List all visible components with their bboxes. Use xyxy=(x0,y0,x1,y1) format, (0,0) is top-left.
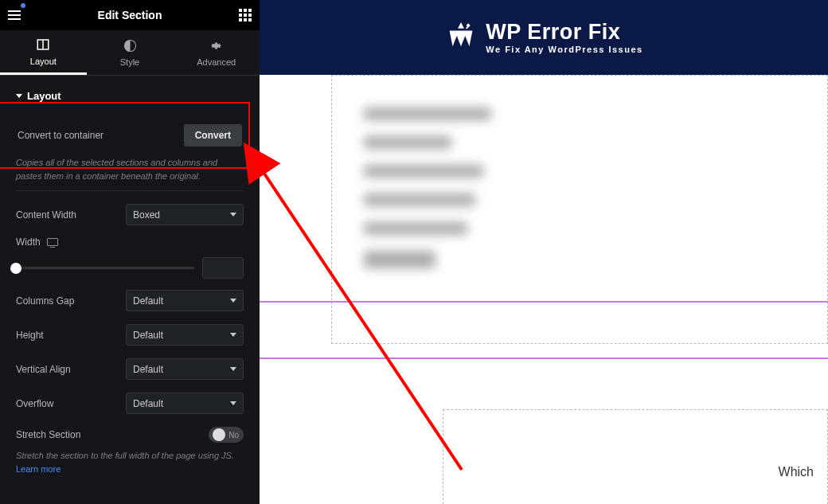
gear-icon xyxy=(209,38,224,53)
valign-label: Vertical Align xyxy=(16,364,71,375)
width-input[interactable] xyxy=(202,257,244,279)
stretch-help-text: Stretch the section to the full width of… xyxy=(16,451,234,460)
tab-advanced-label: Advanced xyxy=(197,57,236,67)
brand-text: WP Error Fix We Fix Any WordPress Issues xyxy=(486,21,642,54)
chevron-down-icon xyxy=(16,94,22,98)
site-brand: WP Error Fix We Fix Any WordPress Issues xyxy=(444,19,642,56)
style-icon xyxy=(123,38,137,53)
tab-style[interactable]: Style xyxy=(87,30,174,75)
tab-layout[interactable]: Layout xyxy=(0,30,87,75)
content-width-label: Content Width xyxy=(16,209,76,221)
tab-layout-label: Layout xyxy=(30,57,57,66)
notification-dot-icon xyxy=(21,3,25,8)
which-text: Which xyxy=(779,465,814,479)
content-width-row: Content Width Boxed xyxy=(16,191,244,232)
chevron-down-icon xyxy=(230,401,236,405)
vertical-align-row: Vertical Align Default xyxy=(16,352,244,386)
desktop-icon[interactable] xyxy=(47,238,58,246)
brand-tagline: We Fix Any WordPress Issues xyxy=(486,45,642,54)
width-slider-row xyxy=(16,248,244,283)
layout-icon xyxy=(36,37,50,52)
tabs: Layout Style Advanced xyxy=(0,30,260,76)
width-label: Width xyxy=(16,236,41,248)
stretch-help: Stretch the section to the full width of… xyxy=(16,449,244,483)
convert-label: Convert to container xyxy=(18,130,104,141)
height-label: Height xyxy=(16,330,44,341)
columns-gap-label: Columns Gap xyxy=(16,295,74,307)
columns-gap-select[interactable]: Default xyxy=(126,290,244,311)
height-value: Default xyxy=(133,330,163,341)
slider-thumb[interactable] xyxy=(10,263,21,274)
grid-icon xyxy=(239,9,252,21)
valign-value: Default xyxy=(133,364,163,375)
height-row: Height Default xyxy=(16,318,244,352)
overflow-row: Overflow Default xyxy=(16,386,244,420)
section-selection-border-top xyxy=(260,301,828,303)
learn-more-link[interactable]: Learn more xyxy=(16,464,61,474)
menu-button[interactable] xyxy=(0,0,29,30)
overflow-label: Overflow xyxy=(16,398,53,409)
site-header: WP Error Fix We Fix Any WordPress Issues xyxy=(260,0,828,75)
stretch-label: Stretch Section xyxy=(16,429,80,440)
toggle-knob xyxy=(213,428,225,441)
tab-advanced[interactable]: Advanced xyxy=(173,30,260,75)
overflow-select[interactable]: Default xyxy=(126,393,244,414)
columns-gap-value: Default xyxy=(133,295,163,307)
overflow-value: Default xyxy=(133,398,163,409)
section-selection-border-bottom xyxy=(260,357,828,359)
columns-gap-row: Columns Gap Default xyxy=(16,283,244,318)
widgets-button[interactable] xyxy=(231,9,260,21)
section-widget-1[interactable] xyxy=(331,75,828,344)
valign-select[interactable]: Default xyxy=(126,358,244,380)
chevron-down-icon xyxy=(230,299,236,303)
chevron-down-icon xyxy=(230,367,236,371)
height-select[interactable]: Default xyxy=(126,324,244,346)
convert-row: Convert to container Convert xyxy=(18,116,242,154)
section-title-label: Layout xyxy=(27,90,61,102)
sidebar-title: Edit Section xyxy=(29,9,231,21)
editor-canvas[interactable]: Which xyxy=(260,75,828,504)
chevron-down-icon xyxy=(230,333,236,337)
preview-area: WP Error Fix We Fix Any WordPress Issues… xyxy=(260,0,828,504)
tab-style-label: Style xyxy=(120,57,139,67)
content-width-value: Boxed xyxy=(133,209,160,221)
sidebar-body: Layout Convert to container Convert Copi… xyxy=(0,76,260,498)
editor-sidebar: Edit Section Layout Style Advanced xyxy=(0,0,260,504)
stretch-toggle[interactable]: No xyxy=(209,427,244,443)
convert-button[interactable]: Convert xyxy=(184,124,242,147)
content-width-select[interactable]: Boxed xyxy=(126,204,244,225)
brand-name: WP Error Fix xyxy=(486,21,642,43)
toggle-state: No xyxy=(228,431,239,440)
chevron-down-icon xyxy=(230,213,236,217)
brand-logo-icon xyxy=(444,19,478,56)
sidebar-header: Edit Section xyxy=(0,0,260,30)
width-row: Width xyxy=(16,232,244,248)
section-widget-2[interactable] xyxy=(443,409,828,504)
stretch-row: Stretch Section No xyxy=(16,420,244,449)
convert-help: Copies all of the selected sections and … xyxy=(16,156,244,191)
hamburger-icon xyxy=(8,10,21,20)
width-slider[interactable] xyxy=(16,267,194,269)
blurred-content xyxy=(332,76,827,300)
